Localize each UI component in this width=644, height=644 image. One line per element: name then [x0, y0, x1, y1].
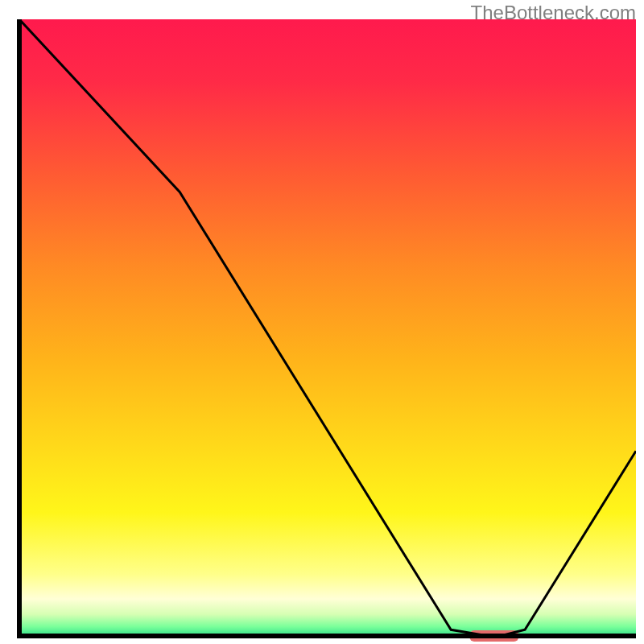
gradient-background [19, 19, 636, 636]
bottleneck-chart [0, 0, 644, 644]
chart-container: TheBottleneck.com [0, 0, 644, 644]
watermark-text: TheBottleneck.com [471, 2, 636, 24]
